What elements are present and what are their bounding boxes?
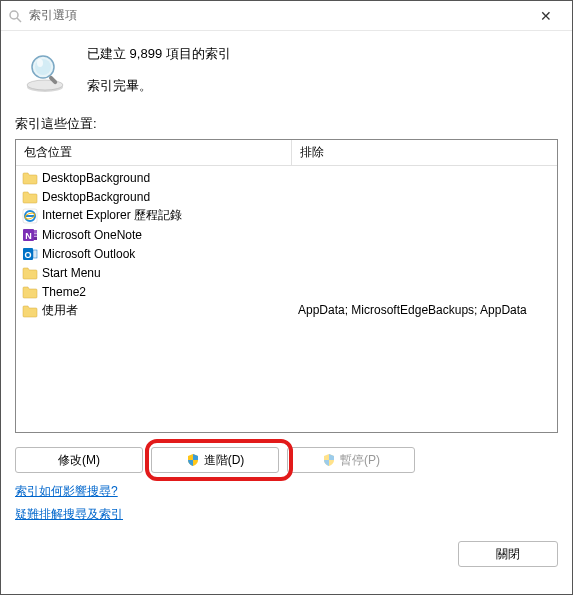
locations-header: 包含位置 排除	[16, 140, 557, 166]
list-item[interactable]: 使用者	[16, 301, 291, 320]
advanced-button-label: 進階(D)	[204, 452, 245, 469]
close-icon[interactable]: ✕	[526, 8, 566, 24]
svg-rect-14	[34, 233, 37, 236]
titlebar: 索引選項 ✕	[1, 1, 572, 31]
modify-button[interactable]: 修改(M)	[15, 447, 143, 473]
outlook-icon: O	[22, 246, 38, 262]
svg-rect-13	[34, 230, 37, 233]
list-item[interactable]: OMicrosoft Outlook	[16, 244, 291, 263]
indexed-count: 已建立 9,899 項目的索引	[87, 45, 231, 63]
excluded-text	[292, 187, 557, 206]
list-item[interactable]: DesktopBackground	[16, 187, 291, 206]
svg-rect-18	[33, 250, 37, 258]
onenote-icon: N	[22, 227, 38, 243]
app-icon	[7, 8, 23, 24]
folder-icon	[22, 285, 38, 299]
column-header-included[interactable]: 包含位置	[16, 140, 292, 165]
excluded-text	[292, 263, 557, 282]
svg-rect-15	[34, 237, 37, 240]
included-column: DesktopBackgroundDesktopBackgroundIntern…	[16, 166, 292, 432]
footer: 關閉	[15, 537, 558, 567]
excluded-text	[292, 244, 557, 263]
status-area: 已建立 9,899 項目的索引 索引完畢。	[15, 43, 558, 97]
list-item[interactable]: Internet Explorer 歷程記錄	[16, 206, 291, 225]
magnifier-icon	[21, 49, 69, 97]
location-name: Microsoft Outlook	[42, 247, 135, 261]
dialog-content: 已建立 9,899 項目的索引 索引完畢。 索引這些位置: 包含位置 排除 De…	[1, 31, 572, 594]
svg-text:N: N	[25, 231, 32, 241]
locations-label: 索引這些位置:	[15, 115, 558, 133]
help-links: 索引如何影響搜尋? 疑難排解搜尋及索引	[15, 483, 558, 529]
shield-icon	[186, 453, 200, 467]
status-text: 已建立 9,899 項目的索引 索引完畢。	[87, 43, 231, 95]
list-item[interactable]: Theme2	[16, 282, 291, 301]
list-item[interactable]: Start Menu	[16, 263, 291, 282]
location-name: Internet Explorer 歷程記錄	[42, 207, 182, 224]
list-item[interactable]: NMicrosoft OneNote	[16, 225, 291, 244]
excluded-text	[292, 225, 557, 244]
svg-point-3	[27, 80, 63, 90]
pause-button: 暫停(P)	[287, 447, 415, 473]
excluded-text	[292, 168, 557, 187]
excluded-text	[292, 206, 557, 225]
pause-button-label: 暫停(P)	[340, 452, 380, 469]
location-name: DesktopBackground	[42, 171, 150, 185]
location-name: Microsoft OneNote	[42, 228, 142, 242]
svg-point-0	[10, 11, 18, 19]
folder-icon	[22, 304, 38, 318]
excluded-text	[292, 282, 557, 301]
indexing-options-dialog: 索引選項 ✕ 已建立 9,899 項目的索引 索引完畢。 索引這些位置: 包含位…	[0, 0, 573, 595]
troubleshoot-link[interactable]: 疑難排解搜尋及索引	[15, 506, 123, 523]
location-name: Start Menu	[42, 266, 101, 280]
folder-icon	[22, 171, 38, 185]
indexing-status: 索引完畢。	[87, 77, 231, 95]
location-name: DesktopBackground	[42, 190, 150, 204]
ie-icon	[22, 208, 38, 224]
svg-line-1	[17, 18, 21, 22]
column-header-excluded[interactable]: 排除	[292, 140, 557, 165]
excluded-column: AppData; MicrosoftEdgeBackups; AppData	[292, 166, 557, 432]
close-button[interactable]: 關閉	[458, 541, 558, 567]
location-name: Theme2	[42, 285, 86, 299]
window-title: 索引選項	[29, 7, 526, 24]
folder-icon	[22, 266, 38, 280]
advanced-button[interactable]: 進階(D)	[151, 447, 279, 473]
locations-body: DesktopBackgroundDesktopBackgroundIntern…	[16, 166, 557, 432]
button-row: 修改(M) 進階(D) 暫停(P)	[15, 447, 558, 473]
location-name: 使用者	[42, 302, 78, 319]
svg-text:O: O	[24, 250, 31, 260]
help-link[interactable]: 索引如何影響搜尋?	[15, 483, 118, 500]
excluded-text: AppData; MicrosoftEdgeBackups; AppData	[292, 301, 557, 320]
shield-icon	[322, 453, 336, 467]
folder-icon	[22, 190, 38, 204]
svg-point-6	[37, 59, 43, 67]
locations-listbox: 包含位置 排除 DesktopBackgroundDesktopBackgrou…	[15, 139, 558, 433]
list-item[interactable]: DesktopBackground	[16, 168, 291, 187]
